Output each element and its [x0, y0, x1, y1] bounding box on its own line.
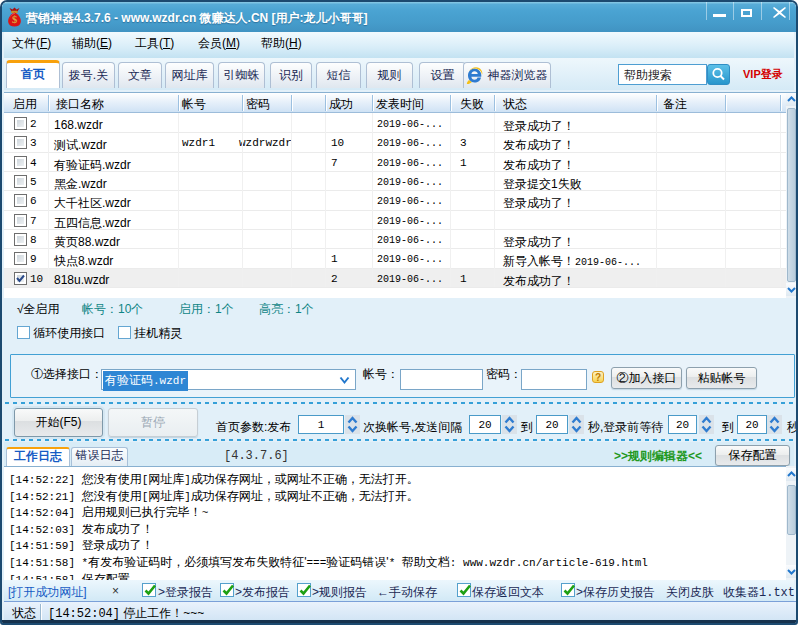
- svg-text:$: $: [12, 14, 17, 25]
